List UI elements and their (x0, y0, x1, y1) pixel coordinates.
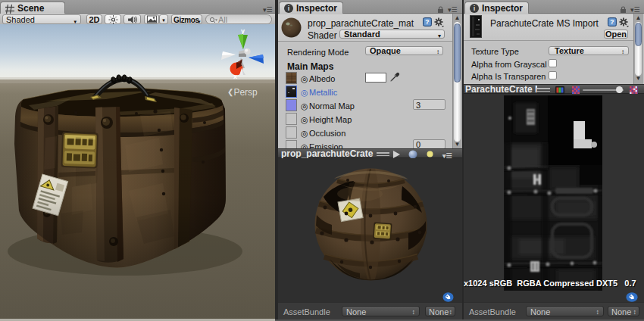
svg-text:?: ? (425, 18, 429, 26)
svg-text:x: x (233, 73, 237, 80)
svg-text:?: ? (610, 18, 614, 26)
svg-text:y: y (241, 27, 245, 35)
